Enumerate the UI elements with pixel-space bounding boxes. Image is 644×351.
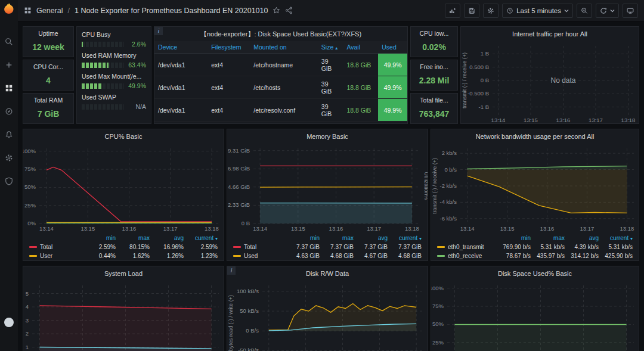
legend-series-row[interactable]: eth0_receive78.67 b/s435.97 b/s314.12 b/… [437,251,633,260]
svg-text:1: 1 [26,344,29,350]
svg-text:Utilization%: Utilization% [423,172,428,200]
column-header[interactable]: Device [154,41,208,54]
panel-title[interactable]: CPU iow... [419,30,448,37]
legend-column[interactable]: avg [565,235,599,241]
refresh-button[interactable] [596,4,619,18]
search-icon[interactable] [4,37,14,46]
cell-size: 39 GiB [318,99,343,122]
panel-title[interactable]: Total file... [420,97,448,104]
server-admin-shield-icon[interactable] [4,176,14,186]
breadcrumb-folder[interactable]: General [36,7,63,15]
dashboard-settings-button[interactable] [483,4,499,18]
memory-basic-plot[interactable]: 0 B2.33 GiB4.66 GiB6.98 GiB9.31 GiB13:14… [227,144,428,233]
disk-rw-plot[interactable]: 100 kB/s50 kB/s0 B/s-50 kB/s13:1413:1513… [227,281,428,351]
save-dashboard-button[interactable] [464,4,479,18]
create-plus-icon[interactable] [4,60,14,70]
legend-value: 769.90 b/s [497,244,531,250]
bar-gauge-item: Used RAM Memory63.4% [82,52,146,69]
panel-title[interactable]: Network bandwidth usage per second All [431,129,639,144]
svg-text:0 b/s: 0 b/s [444,166,457,173]
explore-compass-icon[interactable] [4,107,14,116]
panel-title[interactable]: Disk Space Used% Basic [431,266,639,281]
legend-value: 4.67 GiB [354,253,388,259]
column-header[interactable]: Used [378,41,407,54]
plot-svg: 100 kB/s50 kB/s0 B/s-50 kB/s13:1413:1513… [227,281,428,351]
legend-column[interactable]: current ▾ [388,235,422,241]
legend-column[interactable]: min [82,235,116,241]
legend-series-row[interactable]: Used4.63 GiB4.68 GiB4.67 GiB4.68 GiB [233,251,422,260]
column-header[interactable]: Filesystem [208,41,250,54]
column-header[interactable]: Size ▴ [318,41,343,54]
legend-series-row[interactable]: Total7.37 GiB7.37 GiB7.37 GiB7.37 GiB [233,243,422,251]
legend-series-row[interactable]: Total2.59%80.15%16.96%2.59% [29,243,218,251]
legend-column[interactable]: max [116,235,150,241]
svg-text:transmit (-) / receive (+): transmit (-) / receive (+) [432,158,438,214]
cell-avail: 18.8 GiB [343,76,378,99]
panel-title[interactable]: Total RAM [34,97,63,104]
system-load-plot[interactable]: 1234513:1413:1513:1613:1713:18 [23,281,224,351]
svg-text:4.66 GiB: 4.66 GiB [228,184,250,190]
svg-text:13:18: 13:18 [620,225,634,232]
cell-used: 49.9% [378,76,407,99]
cell-used: 49.9% [378,99,407,122]
gauge-value: 2.6% [127,41,146,48]
add-panel-button[interactable] [445,4,460,18]
alerting-bell-icon[interactable] [4,130,14,139]
legend-column[interactable]: current ▾ [599,235,633,241]
panel-info-icon[interactable]: i [154,27,163,35]
legend-value: 2.59% [82,244,116,250]
panel-title[interactable]: CPU% Basic [23,129,224,144]
legend-column[interactable]: current ▾ [184,235,218,241]
panel-title[interactable]: Memory Basic [227,129,428,144]
cell-size: 39 GiB [318,76,343,99]
legend-series-row[interactable]: eth0_transmit769.90 b/s5.31 kb/s4.39 kb/… [437,243,633,251]
panel-info-icon[interactable]: i [227,266,236,275]
disk-space-plot[interactable]: 0%25%50%75%100%13:1413:1513:1613:1713:18 [431,281,639,351]
cell-mounted-on: /etc/hostname [250,54,318,76]
legend-series-row[interactable]: User0.44%1.62%1.26%1.23% [29,251,218,260]
svg-text:13:17: 13:17 [589,117,603,123]
table-header-row: DeviceFilesystemMounted onSize ▴AvailUse… [154,41,407,54]
cycle-view-button[interactable] [623,4,638,18]
column-header[interactable]: Avail [343,41,378,54]
svg-text:5: 5 [26,290,29,297]
dashboards-icon[interactable] [4,83,14,93]
panel-title[interactable]: CPU Cor... [33,63,63,70]
cpu-basic-plot[interactable]: 0%25%50%75%100%13:1413:1513:1613:1713:18 [23,144,224,233]
panel-title[interactable]: Internet traffic per hour All [461,27,639,41]
svg-text:0 B: 0 B [242,220,250,226]
legend-column[interactable]: max [320,235,354,241]
svg-text:13:18: 13:18 [205,225,219,232]
panel-title[interactable]: Disk R/W Data [227,266,428,281]
column-header[interactable]: Mounted on [250,41,318,54]
svg-text:-4 kb/s: -4 kb/s [439,198,457,205]
gauge-bar [82,42,124,47]
legend-header: minmaxavgcurrent ▾ [29,234,218,243]
user-avatar[interactable] [4,318,14,327]
star-icon[interactable] [273,7,280,14]
internet-traffic-plot[interactable]: 1 B0.500 B0 B-0.500 B-1 B13:1413:1513:16… [461,41,639,124]
grafana-logo-icon[interactable] [0,0,18,18]
legend-column[interactable]: min [286,235,320,241]
legend-column[interactable]: max [531,235,565,241]
legend-value: 7.37 GiB [388,244,422,250]
svg-text:13:16: 13:16 [540,225,555,232]
time-range-picker[interactable]: Last 5 minutes [502,4,573,18]
panel-title[interactable]: Free ino... [420,63,448,70]
panel-title[interactable]: Uptime [38,30,58,37]
configuration-gear-icon[interactable] [4,153,14,163]
panel-title[interactable]: 【node-exporter】: Disk Space Used Basic(E… [154,27,407,41]
legend-column[interactable]: avg [150,235,184,241]
legend-column[interactable]: avg [354,235,388,241]
gauge-value: 49.9% [127,82,146,89]
legend-value: 0.44% [82,253,116,259]
svg-text:-0.500 B: -0.500 B [467,90,489,97]
share-icon[interactable] [285,7,293,14]
legend-column[interactable]: min [497,235,531,241]
gauge-label: Used SWAP [82,94,146,101]
dashboard-title[interactable]: 1 Node Exporter for Prometheus Dashboard… [75,7,268,15]
svg-text:4: 4 [26,303,29,310]
panel-title[interactable]: System Load [23,266,224,281]
zoom-out-button[interactable] [577,4,592,18]
network-bandwidth-plot[interactable]: 2 kb/s0 b/s-2 kb/s-4 kb/s-6 kb/s13:1413:… [431,144,639,233]
